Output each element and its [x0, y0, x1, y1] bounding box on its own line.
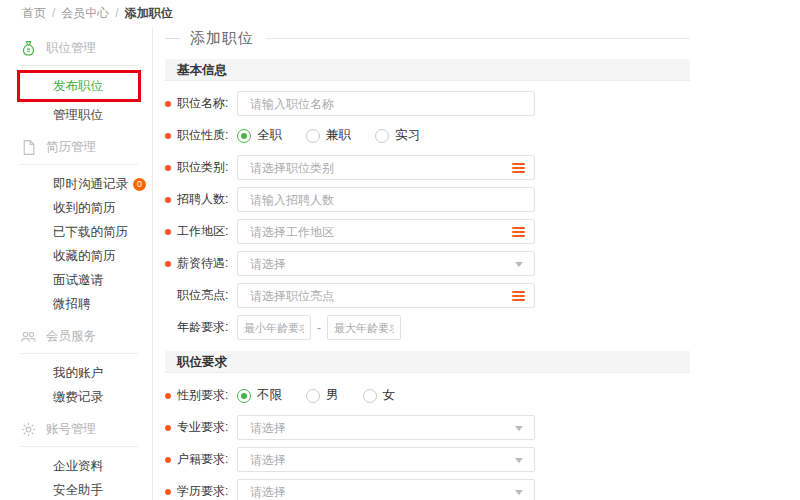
sidebar-item[interactable]: 收藏的简历	[20, 244, 142, 268]
field-label: 户籍要求:	[165, 451, 237, 468]
field-label-text: 招聘人数:	[177, 191, 228, 208]
job-name-row: 职位名称:	[165, 91, 690, 116]
major-requirement-row: 专业要求:	[165, 415, 690, 440]
hamburger-picker-icon[interactable]	[512, 227, 525, 239]
education-requirement-control	[237, 479, 535, 500]
salary-control	[237, 251, 535, 276]
sidebar-item[interactable]: 即时沟通记录0	[20, 172, 142, 196]
sidebar-item[interactable]: 管理职位	[20, 103, 142, 127]
required-dot	[165, 133, 171, 139]
job-name-input[interactable]	[237, 91, 535, 116]
gender-requirement-option[interactable]: 男	[306, 387, 339, 404]
residence-requirement-row: 户籍要求:	[165, 447, 690, 472]
job-nature-option[interactable]: 兼职	[306, 127, 351, 144]
title-decor-line	[266, 38, 690, 39]
required-dot	[165, 165, 171, 171]
title-decor-line	[165, 38, 180, 39]
field-label-text: 学历要求:	[177, 483, 228, 500]
field-label: 职位亮点:	[165, 287, 237, 304]
field-label: 职位名称:	[165, 95, 237, 112]
field-label: 学历要求:	[165, 483, 237, 500]
job-nature-option[interactable]: 全职	[237, 127, 282, 144]
headcount-row: 招聘人数:	[165, 187, 690, 212]
residence-requirement-select[interactable]	[237, 447, 535, 472]
gender-requirement-option[interactable]: 不限	[237, 387, 282, 404]
sidebar-item[interactable]: 企业资料	[20, 454, 142, 478]
sidebar-group-header: 简历管理	[20, 136, 142, 158]
required-dot	[165, 261, 171, 267]
radio-icon[interactable]	[375, 129, 389, 143]
salary-select[interactable]	[237, 251, 535, 276]
radio-icon[interactable]	[237, 129, 251, 143]
field-label: 招聘人数:	[165, 191, 237, 208]
sidebar-group-header: 职位管理	[20, 37, 142, 59]
people-icon	[20, 328, 37, 345]
field-label-text: 薪资待遇:	[177, 255, 228, 272]
hamburger-picker-icon[interactable]	[512, 163, 525, 175]
field-label-text: 工作地区:	[177, 223, 228, 240]
sidebar-item[interactable]: 我的账户	[20, 361, 142, 385]
age-requirement-control: -	[237, 315, 401, 340]
job-nature-control: 全职兼职实习	[237, 127, 444, 144]
sidebar-item[interactable]: 缴费记录	[20, 385, 142, 409]
radio-option-label: 男	[326, 387, 339, 404]
sidebar-group-label: 账号管理	[46, 421, 96, 438]
sidebar-item[interactable]: 收到的简历	[20, 196, 142, 220]
breadcrumb-item[interactable]: 会员中心	[61, 6, 109, 20]
sidebar-item[interactable]: 安全助手	[20, 478, 142, 500]
job-category-control	[237, 155, 535, 180]
sidebar-divider	[152, 28, 153, 500]
gender-requirement-control: 不限男女	[237, 387, 419, 404]
sidebar-group-header: 会员服务	[20, 325, 142, 347]
gender-requirement-option[interactable]: 女	[363, 387, 396, 404]
job-name-control	[237, 91, 535, 116]
hamburger-picker-icon[interactable]	[512, 291, 525, 303]
section-header: 职位要求	[165, 351, 690, 373]
field-label-text: 性别要求:	[177, 387, 228, 404]
field-label: 职位性质:	[165, 127, 237, 144]
radio-icon[interactable]	[306, 129, 320, 143]
sidebar-item-label: 企业资料	[53, 459, 103, 473]
job-nature-radio-group: 全职兼职实习	[237, 127, 444, 144]
section-rows: 性别要求:不限男女专业要求:户籍要求:学历要求:	[165, 373, 690, 500]
sidebar-item-label: 即时沟通记录	[53, 177, 128, 191]
sidebar-group-divider	[20, 65, 138, 66]
field-label: 工作地区:	[165, 223, 237, 240]
residence-requirement-control	[237, 447, 535, 472]
job-highlight-picker-input[interactable]	[237, 283, 535, 308]
job-category-picker-input[interactable]	[237, 155, 535, 180]
headcount-input[interactable]	[237, 187, 535, 212]
breadcrumb: 首页/会员中心/添加职位	[22, 5, 173, 22]
count-badge: 0	[133, 178, 146, 191]
radio-icon[interactable]	[237, 389, 251, 403]
job-highlight-row: 职位亮点:	[165, 283, 690, 308]
radio-icon[interactable]	[306, 389, 320, 403]
education-requirement-select[interactable]	[237, 479, 535, 500]
major-requirement-select[interactable]	[237, 415, 535, 440]
age-requirement-min-input[interactable]	[237, 315, 311, 340]
age-requirement-max-input[interactable]	[327, 315, 401, 340]
job-nature-option[interactable]: 实习	[375, 127, 420, 144]
breadcrumb-item[interactable]: 首页	[22, 6, 46, 20]
field-label: 专业要求:	[165, 419, 237, 436]
sidebar-group-label: 简历管理	[46, 139, 96, 156]
radio-option-label: 实习	[395, 127, 420, 144]
sidebar-item[interactable]: 面试邀请	[20, 268, 142, 292]
sidebar-item-label: 收到的简历	[53, 201, 116, 215]
sidebar-item[interactable]: 微招聘	[20, 292, 142, 316]
work-area-picker-input[interactable]	[237, 219, 535, 244]
sidebar-item[interactable]: 已下载的简历	[20, 220, 142, 244]
sidebar-item-label: 缴费记录	[53, 390, 103, 404]
moneybag-icon	[20, 40, 37, 57]
field-label-text: 专业要求:	[177, 419, 228, 436]
job-highlight-control	[237, 283, 535, 308]
field-label-text: 职位名称:	[177, 95, 228, 112]
work-area-row: 工作地区:	[165, 219, 690, 244]
field-label: 年龄要求:	[165, 319, 237, 336]
field-label-text: 户籍要求:	[177, 451, 228, 468]
job-nature-row: 职位性质:全职兼职实习	[165, 123, 690, 148]
sidebar-item[interactable]: 发布职位	[20, 73, 138, 99]
radio-icon[interactable]	[363, 389, 377, 403]
required-dot	[165, 393, 171, 399]
sidebar-item-label: 我的账户	[53, 366, 103, 380]
